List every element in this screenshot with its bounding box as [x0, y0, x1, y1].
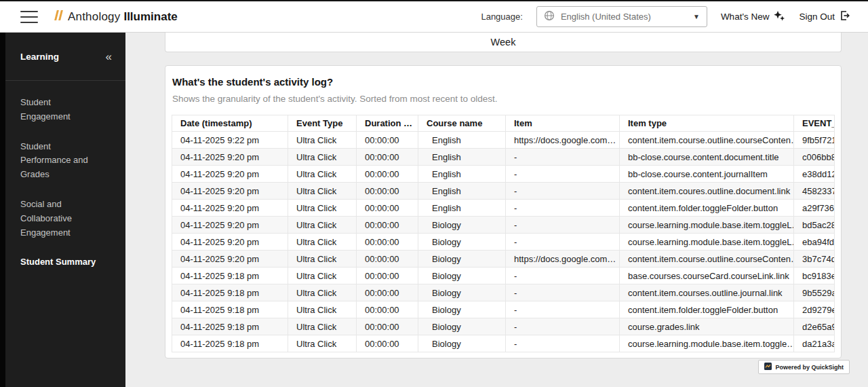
- column-header[interactable]: Duration …: [357, 115, 418, 132]
- table-cell: 9b5529a2: [794, 284, 835, 301]
- table-cell: Biology: [418, 335, 506, 352]
- table-cell: Ultra Click: [288, 318, 357, 335]
- table-cell: Ultra Click: [288, 284, 357, 301]
- column-header[interactable]: EVENT_I: [794, 115, 835, 132]
- table-cell: Biology: [418, 301, 506, 318]
- table-cell: Biology: [418, 251, 506, 268]
- sign-out-label: Sign Out: [799, 12, 835, 22]
- table-cell: 04-11-2025 9:20 pm: [172, 217, 288, 234]
- app-root: Anthology Illuminate Language: English (…: [0, 0, 868, 387]
- table-cell: Ultra Click: [288, 183, 357, 200]
- table-cell: 00:00:00: [357, 132, 418, 149]
- column-header[interactable]: Item: [506, 115, 620, 132]
- table-cell: English: [418, 183, 506, 200]
- table-cell: content.item.courses.outline.journal.lin…: [620, 284, 794, 301]
- table-cell: 00:00:00: [357, 149, 418, 166]
- table-cell: -: [506, 217, 620, 234]
- card-subtitle: Shows the granularity of the student's a…: [172, 94, 835, 104]
- quicksight-logo-icon: [764, 363, 772, 371]
- column-header[interactable]: Date (timestamp): [172, 115, 288, 132]
- table-cell: 00:00:00: [357, 166, 418, 183]
- sidebar: Learning « Student EngagementStudent Per…: [0, 33, 125, 387]
- table-cell: 00:00:00: [357, 301, 418, 318]
- column-header[interactable]: Event Type: [288, 115, 357, 132]
- table-cell: course.grades.link: [620, 318, 794, 335]
- table-cell: 04-11-2025 9:18 pm: [172, 335, 288, 352]
- sign-out-icon: [840, 10, 850, 23]
- sidebar-item-student-engagement[interactable]: Student Engagement: [5, 96, 117, 124]
- powered-by-label: Powered by QuickSight: [775, 364, 844, 371]
- table-header-row: Date (timestamp)Event TypeDuration …Cour…: [172, 115, 835, 132]
- table-cell: bb-close.course.content.journalItem: [620, 166, 794, 183]
- powered-by-quicksight-badge[interactable]: Powered by QuickSight: [758, 360, 850, 374]
- table-cell: e38dd125: [794, 166, 835, 183]
- sidebar-item-student-performance-and-grades[interactable]: Student Performance and Grades: [5, 140, 117, 182]
- sidebar-nav: Student EngagementStudent Performance an…: [5, 81, 125, 270]
- whats-new-link[interactable]: What's New: [721, 10, 786, 24]
- table-cell: Ultra Click: [288, 217, 357, 234]
- table-cell: course.learning.module.base.item.toggleL…: [620, 234, 794, 251]
- table-cell: 00:00:00: [357, 251, 418, 268]
- table-cell: English: [418, 149, 506, 166]
- table-cell: 00:00:00: [357, 183, 418, 200]
- hamburger-menu-button[interactable]: [20, 11, 38, 23]
- sidebar-item-student-summary[interactable]: Student Summary: [5, 255, 117, 270]
- table-row: 04-11-2025 9:22 pmUltra Click00:00:00Eng…: [172, 132, 835, 149]
- table-cell: English: [418, 132, 506, 149]
- table-row: 04-11-2025 9:18 pmUltra Click00:00:00Bio…: [172, 335, 835, 352]
- table-cell: -: [506, 318, 620, 335]
- brand-name-anthology: Anthology: [68, 10, 120, 24]
- table-cell: https://docs.google.com…: [506, 132, 620, 149]
- table-cell: 04-11-2025 9:20 pm: [172, 149, 288, 166]
- sign-out-button[interactable]: Sign Out: [799, 10, 850, 23]
- table-cell: content.item.course.outline.courseConten…: [620, 251, 794, 268]
- table-cell: course.learning.module.base.item.toggle…: [620, 335, 794, 352]
- table-cell: 04-11-2025 9:20 pm: [172, 251, 288, 268]
- table-cell: 3b7c74dl: [794, 251, 835, 268]
- column-header[interactable]: Course name: [418, 115, 506, 132]
- table-row: 04-11-2025 9:20 pmUltra Click00:00:00Eng…: [172, 183, 835, 200]
- table-cell: content.item.folder.toggleFolder.button: [620, 200, 794, 217]
- table-cell: 04-11-2025 9:20 pm: [172, 166, 288, 183]
- table-row: 04-11-2025 9:20 pmUltra Click00:00:00Bio…: [172, 234, 835, 251]
- language-select[interactable]: English (United States) ▼: [536, 6, 707, 27]
- table-cell: Ultra Click: [288, 234, 357, 251]
- language-label: Language:: [481, 12, 522, 22]
- chevron-down-icon: ▼: [693, 13, 700, 20]
- table-cell: 04-11-2025 9:20 pm: [172, 234, 288, 251]
- table-cell: Ultra Click: [288, 132, 357, 149]
- table-cell: 9fb5f721: [794, 132, 835, 149]
- table-cell: 00:00:00: [357, 318, 418, 335]
- table-cell: 04-11-2025 9:20 pm: [172, 183, 288, 200]
- table-cell: -: [506, 183, 620, 200]
- table-cell: -: [506, 234, 620, 251]
- table-cell: Ultra Click: [288, 251, 357, 268]
- table-row: 04-11-2025 9:20 pmUltra Click00:00:00Eng…: [172, 166, 835, 183]
- table-cell: da21a3a1: [794, 335, 835, 352]
- collapse-sidebar-icon[interactable]: «: [106, 51, 112, 62]
- sidebar-item-social-and-collaborative-engagement[interactable]: Social and Collaborative Engagement: [5, 198, 117, 240]
- table-cell: bb-close.course.content.document.title: [620, 149, 794, 166]
- table-cell: bc9183e5: [794, 268, 835, 284]
- brand-name-illuminate: Illuminate: [123, 10, 177, 24]
- whats-new-label: What's New: [721, 12, 770, 22]
- table-row: 04-11-2025 9:18 pmUltra Click00:00:00Bio…: [172, 268, 835, 284]
- table-cell: https://docs.google.com…: [506, 251, 620, 268]
- table-cell: Biology: [418, 284, 506, 301]
- sidebar-title: Learning: [20, 52, 59, 62]
- table-row: 04-11-2025 9:18 pmUltra Click00:00:00Bio…: [172, 284, 835, 301]
- globe-icon: [544, 10, 555, 23]
- table-cell: Biology: [418, 318, 506, 335]
- activity-table-wrap[interactable]: Date (timestamp)Event TypeDuration …Cour…: [172, 115, 835, 352]
- brand-logo: Anthology Illuminate: [56, 10, 178, 24]
- table-cell: bd5ac280: [794, 217, 835, 234]
- column-header[interactable]: Item type: [620, 115, 794, 132]
- sidebar-header: Learning «: [5, 33, 125, 81]
- table-cell: Ultra Click: [288, 166, 357, 183]
- table-cell: English: [418, 200, 506, 217]
- week-panel: Week: [165, 33, 842, 52]
- table-cell: course.learning.module.base.item.toggleL…: [620, 217, 794, 234]
- table-cell: eba94fdc: [794, 234, 835, 251]
- week-axis-label: Week: [491, 37, 516, 48]
- table-cell: Ultra Click: [288, 301, 357, 318]
